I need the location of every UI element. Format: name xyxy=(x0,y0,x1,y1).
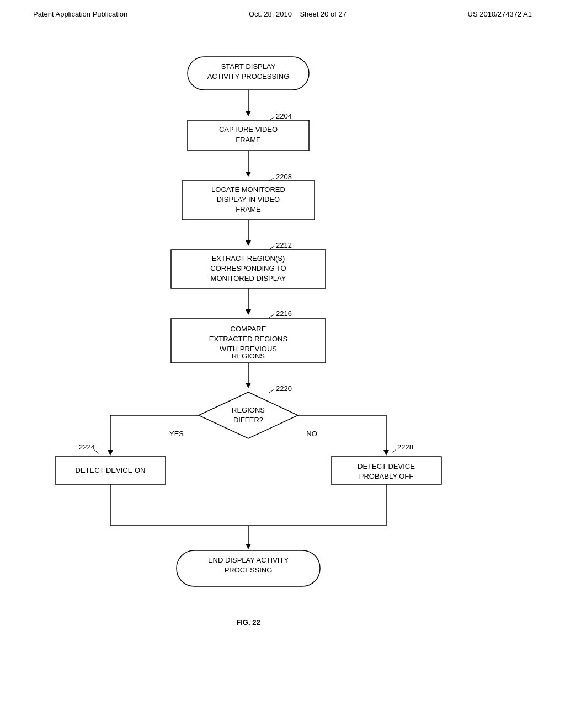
start-label-line1: START DISPLAY xyxy=(221,62,276,71)
node-2208-label3: FRAME xyxy=(236,205,261,213)
node-2204-label2: FRAME xyxy=(236,136,261,144)
header-left: Patent Application Publication xyxy=(33,10,127,18)
arrowhead-no xyxy=(383,450,389,456)
diagram-container: text { font-family: Arial, sans-serif; f… xyxy=(0,24,565,713)
end-label-line1: END DISPLAY ACTIVITY xyxy=(208,556,289,564)
node-2212-label1: EXTRACT REGION(S) xyxy=(212,254,285,263)
node-2220-label2: DIFFER? xyxy=(233,416,263,424)
node-2204-label1: CAPTURE VIDEO xyxy=(219,125,278,133)
ref-tick-2216 xyxy=(269,314,274,318)
node-2216-label1: COMPARE xyxy=(231,325,266,333)
start-label-line2: ACTIVITY PROCESSING xyxy=(207,72,290,81)
node-2208-label2: DISPLAY IN VIDEO xyxy=(217,195,280,204)
arrowhead-2208-2212 xyxy=(246,240,251,246)
arrowhead-merge-end xyxy=(246,544,251,549)
arrowhead-yes xyxy=(108,450,113,456)
end-label-line2: PROCESSING xyxy=(225,566,273,574)
node-2212-label2: CORRESPONDING TO xyxy=(210,264,286,272)
ref-tick-2208 xyxy=(269,178,274,181)
node-2212-label3: MONITORED DISPLAY xyxy=(211,274,286,282)
node-2216-label2: EXTRACTED REGIONS xyxy=(209,335,288,343)
page-header: Patent Application Publication Oct. 28, … xyxy=(0,0,565,24)
node-2220 xyxy=(199,392,298,438)
header-right: US 2010/274372 A1 xyxy=(468,10,532,18)
header-middle: Oct. 28, 2010 Sheet 20 of 27 xyxy=(249,10,347,18)
arrowhead-2204-2208 xyxy=(246,172,251,177)
node-2208-label1: LOCATE MONITORED xyxy=(211,185,285,194)
node-2228-label2: PROBABLY OFF xyxy=(359,472,414,480)
node-2220-label1: REGIONS xyxy=(232,406,265,414)
ref-tick-2224 xyxy=(94,449,99,454)
ref-tick-2204 xyxy=(269,117,274,120)
arrowhead-2216-2220 xyxy=(246,383,251,388)
ref-2228: 2228 xyxy=(397,443,413,451)
no-label: NO xyxy=(306,430,317,438)
node-2216-label4: REGIONS xyxy=(232,352,265,360)
node-2224-label: DETECT DEVICE ON xyxy=(76,466,146,474)
arrowhead-2212-2216 xyxy=(246,309,251,315)
ref-2204: 2204 xyxy=(276,112,292,120)
ref-2208: 2208 xyxy=(276,173,292,181)
yes-label: YES xyxy=(169,430,184,438)
ref-tick-2212 xyxy=(269,246,274,249)
ref-2224: 2224 xyxy=(79,443,95,451)
figure-label: FIG. 22 xyxy=(236,618,260,627)
ref-tick-2220 xyxy=(269,389,274,393)
ref-2220: 2220 xyxy=(276,384,292,393)
ref-2212: 2212 xyxy=(276,241,292,249)
flowchart-svg: text { font-family: Arial, sans-serif; f… xyxy=(0,24,565,713)
ref-2216: 2216 xyxy=(276,309,292,318)
node-2228-label1: DETECT DEVICE xyxy=(358,462,415,470)
arrowhead-start-2204 xyxy=(246,111,251,116)
ref-tick-2228 xyxy=(392,449,396,453)
